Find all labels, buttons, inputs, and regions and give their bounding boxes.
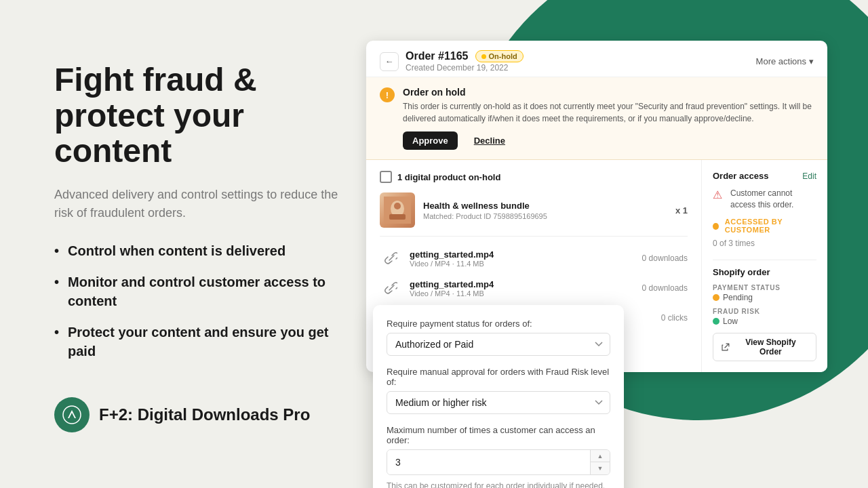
warning-icon: ! — [380, 87, 395, 102]
accessed-dot-icon — [713, 223, 719, 230]
file-downloads-3: 0 clicks — [661, 313, 688, 323]
accessed-label: ACCESSED BY CUSTOMER — [725, 218, 816, 234]
accessed-count: 0 of 3 times — [713, 239, 755, 248]
status-badge: On-hold — [475, 50, 524, 62]
order-access-section: Order access Edit ⚠ Customer cannot acce… — [713, 171, 816, 249]
fraud-risk-select[interactable]: Medium or higher risk High risk only Any… — [387, 391, 610, 414]
access-count-field: Maximum number of times a customer can a… — [387, 425, 610, 488]
order-date: Created December 19, 2022 — [406, 63, 524, 73]
order-access-title: Order access — [713, 171, 768, 181]
order-title-row: Order #1165 On-hold — [406, 50, 524, 62]
sidebar-divider — [713, 260, 816, 260]
right-panel: ← Order #1165 On-hold Created December 1… — [380, 0, 868, 488]
order-number: Order #1165 — [406, 50, 469, 62]
svg-rect-4 — [389, 214, 406, 220]
brand-logo-icon — [54, 397, 90, 432]
warning-actions: Approve Decline — [403, 131, 814, 150]
bullet-list: Control when content is delivered Monito… — [54, 241, 339, 373]
main-heading: Fight fraud & protect your content — [54, 62, 339, 169]
external-link-icon — [722, 343, 730, 351]
brand-footer: F+2: Digital Downloads Pro — [54, 397, 339, 432]
warning-banner: ! Order on hold This order is currently … — [366, 77, 827, 160]
helper-text: This can be customized for each order in… — [387, 481, 610, 488]
order-header: ← Order #1165 On-hold Created December 1… — [366, 41, 827, 77]
back-button[interactable]: ← — [380, 52, 399, 71]
accessed-section: ACCESSED BY CUSTOMER 0 of 3 times — [713, 218, 816, 249]
status-label: On-hold — [489, 52, 517, 60]
bullet-1: Control when content is delivered — [54, 241, 339, 260]
product-meta: Matched: Product ID 7598895169695 — [423, 212, 667, 220]
shopify-title: Shopify order — [713, 267, 816, 277]
product-info: Health & wellness bundle Matched: Produc… — [423, 201, 667, 220]
fraud-risk-field: FRAUD RISK Low — [713, 308, 816, 326]
payment-status-text: Pending — [723, 293, 753, 302]
spinner-down-button[interactable]: ▼ — [591, 462, 610, 474]
product-image-inner — [380, 192, 415, 228]
divider — [380, 236, 688, 237]
file-downloads-2: 0 downloads — [642, 283, 688, 293]
shopify-section: Shopify order PAYMENT STATUS Pending FRA… — [713, 267, 816, 361]
fraud-risk-text: Low — [723, 317, 738, 326]
payment-status-label: PAYMENT STATUS — [713, 284, 816, 291]
order-title-group: Order #1165 On-hold Created December 19,… — [406, 50, 524, 73]
access-text: Customer cannot access this order. — [730, 188, 816, 211]
product-qty: x 1 — [675, 205, 688, 216]
file-meta-1: Video / MP4 · 11.4 MB — [410, 260, 634, 268]
bullet-3: Protect your content and ensure you get … — [54, 323, 339, 361]
payment-status-select[interactable]: Authorized or Paid Paid only Any status — [387, 333, 610, 356]
decline-button[interactable]: Decline — [465, 131, 515, 150]
product-icon — [380, 171, 392, 183]
access-count-input[interactable] — [387, 450, 590, 474]
payment-status-field: PAYMENT STATUS Pending — [713, 284, 816, 302]
payment-dropdown-label: Require payment status for orders of: — [387, 319, 610, 329]
approve-button[interactable]: Approve — [403, 131, 458, 150]
edit-link[interactable]: Edit — [802, 171, 816, 181]
product-name: Health & wellness bundle — [423, 201, 667, 211]
bullet-2: Monitor and control customer access to c… — [54, 272, 339, 310]
product-image — [380, 192, 415, 228]
spinner-controls: ▲ ▼ — [590, 450, 610, 474]
warning-text: This order is currently on-hold as it do… — [403, 100, 814, 125]
order-access-header: Order access Edit — [713, 171, 816, 181]
file-downloads-1: 0 downloads — [642, 253, 688, 263]
warning-triangle-icon: ⚠ — [713, 188, 725, 201]
fraud-risk-value: Low — [713, 317, 816, 326]
warning-title: Order on hold — [403, 87, 814, 98]
spinner-up-button[interactable]: ▲ — [591, 450, 610, 462]
file-info-1: getting_started.mp4 Video / MP4 · 11.4 M… — [410, 249, 634, 268]
view-shopify-label: View Shopify Order — [734, 338, 808, 357]
payment-dropdown-field: Require payment status for orders of: Au… — [387, 319, 610, 356]
file-row-1: getting_started.mp4 Video / MP4 · 11.4 M… — [380, 243, 688, 273]
file-link-icon-2 — [380, 277, 401, 299]
file-name-2: getting_started.mp4 — [410, 279, 634, 289]
fraud-dropdown-label: Require manual approval for orders with … — [387, 367, 610, 387]
left-panel: Fight fraud & protect your content Advan… — [0, 0, 380, 488]
products-title: 1 digital product on-hold — [397, 172, 500, 182]
warning-content: Order on hold This order is currently on… — [403, 87, 814, 150]
file-link-icon — [380, 247, 401, 269]
svg-point-3 — [394, 203, 401, 209]
more-actions-label: More actions — [756, 56, 806, 66]
file-info-2: getting_started.mp4 Video / MP4 · 11.4 M… — [410, 279, 634, 298]
access-count-input-wrap: ▲ ▼ — [387, 449, 610, 475]
product-row: Health & wellness bundle Matched: Produc… — [380, 192, 688, 228]
order-sidebar: Order access Edit ⚠ Customer cannot acce… — [702, 160, 827, 372]
view-shopify-button[interactable]: View Shopify Order — [713, 333, 816, 361]
file-name-1: getting_started.mp4 — [410, 249, 634, 260]
fraud-dropdown-field: Require manual approval for orders with … — [387, 367, 610, 414]
status-dot-icon — [481, 54, 486, 59]
order-header-left: ← Order #1165 On-hold Created December 1… — [380, 50, 524, 73]
access-count-label: Maximum number of times a customer can a… — [387, 425, 610, 445]
file-row-2: getting_started.mp4 Video / MP4 · 11.4 M… — [380, 273, 688, 303]
payment-dot-icon — [713, 294, 719, 301]
products-header: 1 digital product on-hold — [380, 171, 688, 183]
fraud-risk-label: FRAUD RISK — [713, 308, 816, 315]
settings-dropdown-popup: Require payment status for orders of: Au… — [373, 305, 624, 488]
sub-heading: Advanced delivery and control settings t… — [54, 186, 339, 222]
chevron-down-icon: ▾ — [809, 56, 814, 66]
brand-name: F+2: Digital Downloads Pro — [99, 405, 310, 424]
fraud-dot-icon — [713, 318, 719, 325]
file-meta-2: Video / MP4 · 11.4 MB — [410, 289, 634, 298]
payment-status-value: Pending — [713, 293, 816, 302]
more-actions-button[interactable]: More actions ▾ — [756, 56, 814, 66]
